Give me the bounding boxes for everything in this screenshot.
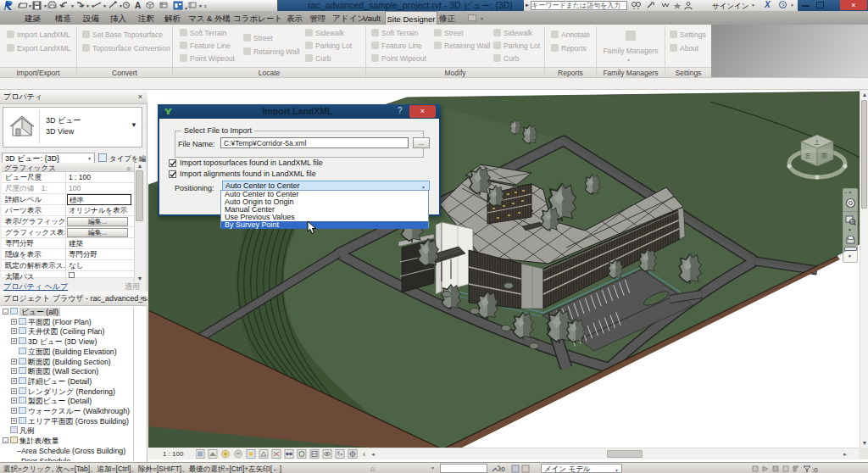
svg-text:▼: ▼ (86, 3, 90, 8)
svg-text:A: A (135, 1, 141, 10)
svg-text::0: :0 (499, 465, 505, 473)
svg-text:▼: ▼ (119, 3, 123, 8)
svg-text::0: :0 (812, 465, 818, 473)
svg-text:▼: ▼ (43, 3, 47, 8)
svg-text:▼: ▼ (103, 3, 107, 8)
svg-text:▼: ▼ (70, 3, 75, 8)
svg-text:上: 上 (814, 139, 820, 145)
svg-text:▼: ▼ (198, 3, 203, 8)
svg-text:左: 左 (804, 153, 810, 159)
svg-text:▼: ▼ (28, 3, 32, 8)
svg-text:前: 前 (821, 153, 827, 159)
svg-text:≡: ≡ (204, 3, 207, 8)
svg-text:‹: ‹ (363, 449, 365, 459)
